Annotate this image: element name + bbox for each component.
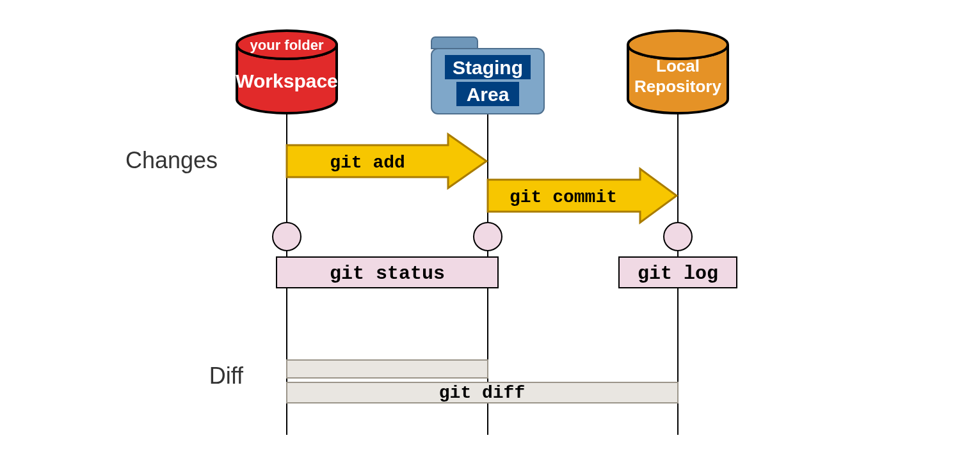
workspace-cylinder: your folder Workspace [236, 31, 338, 113]
box-git-status-label: git status [330, 263, 445, 285]
arrow-git-add: git add [287, 134, 486, 188]
local-repo-cylinder: Local Repository [628, 31, 728, 113]
row-label-changes: Changes [125, 147, 218, 173]
box-git-log: git log [619, 257, 737, 288]
local-label-line2: Repository [634, 77, 721, 96]
staging-folder: Staging Area [431, 37, 544, 114]
diff-band-short [287, 360, 488, 378]
workspace-caption: your folder [250, 37, 324, 53]
workspace-label: Workspace [236, 70, 338, 91]
arrow-git-commit-label: git commit [510, 187, 617, 207]
staging-label-line1: Staging [453, 57, 523, 78]
git-diagram: your folder Workspace Staging Area Local… [0, 0, 980, 470]
box-git-status: git status [277, 257, 498, 288]
state-dot-staging [474, 223, 502, 251]
box-git-log-label: git log [638, 263, 718, 285]
state-dot-local [664, 223, 692, 251]
svg-point-7 [628, 31, 728, 59]
diff-band-git-diff-label: git diff [439, 383, 525, 403]
staging-label-line2: Area [467, 84, 510, 105]
state-dot-workspace [273, 223, 301, 251]
arrow-git-commit: git commit [488, 169, 677, 223]
state-markers [273, 223, 692, 251]
diff-band-git-diff: git diff [287, 382, 678, 403]
arrow-git-add-label: git add [330, 153, 405, 173]
row-label-diff: Diff [209, 363, 244, 389]
local-label-line1: Local [656, 56, 700, 75]
svg-rect-10 [287, 360, 488, 378]
